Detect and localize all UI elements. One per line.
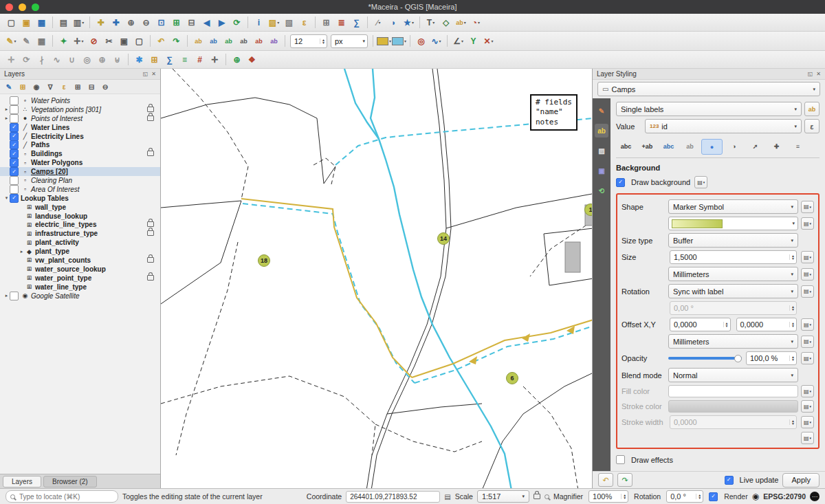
- add-part-icon[interactable]: ⊕: [95, 52, 109, 67]
- data-defined-offset-unit-button[interactable]: [801, 336, 814, 348]
- visibility-checkbox[interactable]: [10, 96, 19, 105]
- refresh-map-icon[interactable]: ⟳: [230, 15, 244, 30]
- save-layer-edits-icon[interactable]: ▦: [34, 34, 49, 48]
- data-defined-rotation-button[interactable]: [801, 285, 814, 298]
- current-edits-icon[interactable]: ✎▾: [4, 34, 19, 48]
- layer-item-water-lines[interactable]: ✓╱Water Lines: [0, 123, 160, 132]
- cad-y-constraint-icon[interactable]: Y: [466, 34, 481, 48]
- redo-icon[interactable]: ↷: [169, 34, 184, 48]
- layer-item-vw-plant-counts[interactable]: ⊞vw_plant_counts: [0, 256, 160, 265]
- panel-close-icon[interactable]: ✕: [151, 71, 156, 77]
- visibility-checkbox[interactable]: ✓: [10, 167, 19, 176]
- expander-icon[interactable]: ▸: [3, 293, 10, 298]
- statistics-icon[interactable]: ∑: [162, 52, 177, 67]
- draw-effects-checkbox[interactable]: [616, 455, 625, 464]
- camp-marker-1[interactable]: 1: [584, 204, 592, 216]
- open-project-icon[interactable]: ▣: [19, 15, 34, 30]
- mask-tab-icon[interactable]: ▨: [595, 144, 608, 157]
- add-group-icon[interactable]: ⊞: [17, 81, 28, 92]
- pan-map-icon[interactable]: ✚: [94, 15, 108, 30]
- remove-layer-icon[interactable]: ⊖: [100, 81, 111, 92]
- tab-shadow[interactable]: ◑: [724, 139, 744, 153]
- new-project-icon[interactable]: ▢: [4, 15, 19, 30]
- collapse-all-icon[interactable]: ⊟: [86, 81, 97, 92]
- layer-item-points-of-interest[interactable]: ▸●Points of Interest: [0, 114, 160, 123]
- dem-tools-icon[interactable]: ≡: [177, 52, 192, 67]
- vertex-tool-icon[interactable]: ✛▾: [72, 34, 86, 48]
- apply-button[interactable]: Apply: [782, 473, 820, 487]
- reshape-features-icon[interactable]: ∿: [50, 52, 64, 67]
- manage-map-themes-icon[interactable]: ◉: [31, 81, 42, 92]
- toggle-editing-icon[interactable]: ✎: [19, 34, 34, 48]
- data-defined-size-unit-button[interactable]: [801, 268, 814, 281]
- layer-item-water-line-type[interactable]: ⊞water_line_type: [0, 283, 160, 292]
- tab-callouts[interactable]: ➚: [745, 139, 765, 153]
- layer-item-water-source-lookup[interactable]: ⊞water_source_lookup: [0, 265, 160, 274]
- add-feature-icon[interactable]: ✦: [56, 34, 71, 48]
- layer-item-electric-line-types[interactable]: ⊞electric_line_types: [0, 220, 160, 229]
- layer-item-vegetation-points-301[interactable]: ▸∴Vegetation points [301]: [0, 105, 160, 114]
- offset-curve-icon[interactable]: ∪: [65, 52, 79, 67]
- data-defined-shape-button[interactable]: [801, 201, 814, 213]
- tab-layers[interactable]: Layers: [3, 476, 41, 487]
- layer-diagram-options-icon[interactable]: ◔▾: [469, 15, 483, 30]
- visibility-checkbox[interactable]: ✓: [10, 158, 19, 167]
- layer-item-plant-activity[interactable]: ⊞plant_activity: [0, 238, 160, 247]
- expander-icon[interactable]: ▸: [3, 107, 10, 112]
- layer-item-water-polygons[interactable]: ✓▫Water Polygons: [0, 158, 160, 167]
- cad-x-constraint-icon[interactable]: ✕▾: [481, 34, 496, 48]
- open-layer-styling-icon[interactable]: ✎: [3, 81, 14, 92]
- offset-y-spinbox[interactable]: 0,0000: [736, 318, 798, 331]
- search-input[interactable]: [18, 492, 113, 501]
- cut-features-icon[interactable]: ✂: [102, 34, 116, 48]
- visibility-checkbox[interactable]: [10, 292, 19, 300]
- camp-marker-18[interactable]: 18: [258, 254, 270, 267]
- highlight-pinned-labels-icon[interactable]: ab: [191, 34, 206, 48]
- add-ring-icon[interactable]: ◎: [80, 52, 94, 67]
- scale-combo[interactable]: 1:517: [477, 490, 529, 503]
- size-spinbox[interactable]: 1,5000: [670, 250, 797, 264]
- buffer-color-swatch[interactable]: ▾: [392, 34, 406, 48]
- visibility-checkbox[interactable]: ✓: [10, 140, 19, 149]
- live-update-checkbox[interactable]: ✓: [725, 476, 734, 485]
- tab-placement[interactable]: ✚: [767, 139, 786, 153]
- layer-item-wall-type[interactable]: ⊞wall_type: [0, 203, 160, 212]
- identify-features-icon[interactable]: i: [252, 15, 266, 30]
- pin-unpin-labels-icon[interactable]: ab: [206, 34, 221, 48]
- new-annotation-icon[interactable]: T▾: [424, 15, 438, 30]
- select-by-expression-icon[interactable]: ε: [297, 15, 311, 30]
- symbology-tab-icon[interactable]: ✎: [595, 104, 608, 118]
- visibility-checkbox[interactable]: [10, 105, 19, 114]
- layer-item-lookup-tables[interactable]: ▾✓Lookup Tables: [0, 194, 160, 203]
- tab-formatting[interactable]: +ab: [637, 139, 657, 153]
- expander-icon[interactable]: ▸: [19, 249, 25, 254]
- visibility-checkbox[interactable]: [10, 185, 19, 194]
- layout-manager-icon[interactable]: ▥▾: [72, 15, 86, 30]
- offset-unit-combo[interactable]: Millimeters: [668, 334, 798, 349]
- show-hide-labels-icon[interactable]: ab: [221, 34, 236, 48]
- value-field-combo[interactable]: 123 id: [645, 119, 802, 133]
- text-color-swatch[interactable]: ▾: [377, 34, 391, 48]
- tab-background[interactable]: ●: [701, 139, 723, 155]
- tab-rendering[interactable]: ≡: [788, 139, 808, 153]
- offset-x-spinbox[interactable]: 0,0000: [670, 318, 731, 331]
- python-console-icon[interactable]: ◇: [439, 15, 453, 30]
- marker-symbol-preview[interactable]: [668, 217, 798, 230]
- crs-badge[interactable]: EPSG:20790: [763, 492, 806, 501]
- statistical-summary-icon[interactable]: ∑: [349, 15, 364, 30]
- opacity-slider-handle[interactable]: [734, 355, 742, 362]
- osm-place-search-icon[interactable]: ⊕: [230, 52, 244, 67]
- coordinate-field[interactable]: 264401.09,271893.52: [346, 491, 440, 503]
- data-defined-stroke-width-button[interactable]: [801, 416, 814, 428]
- opacity-slider[interactable]: [668, 353, 742, 363]
- undo-icon[interactable]: ↶: [154, 34, 168, 48]
- split-features-icon[interactable]: ∤: [34, 52, 49, 67]
- size-unit-combo[interactable]: Millimeters: [668, 267, 798, 281]
- expander-icon[interactable]: ▸: [3, 116, 10, 121]
- map-canvas[interactable]: # fields"name"notes 181461: [161, 69, 592, 488]
- tab-mask[interactable]: ab: [680, 139, 700, 153]
- layer-item-landuse-lookup[interactable]: ⊞landuse_lookup: [0, 212, 160, 221]
- merge-features-icon[interactable]: ⊎: [110, 52, 124, 67]
- opacity-spinbox[interactable]: 100,0 %: [746, 351, 797, 365]
- layer-item-area-of-interest[interactable]: ▫Area Of Interest: [0, 185, 160, 194]
